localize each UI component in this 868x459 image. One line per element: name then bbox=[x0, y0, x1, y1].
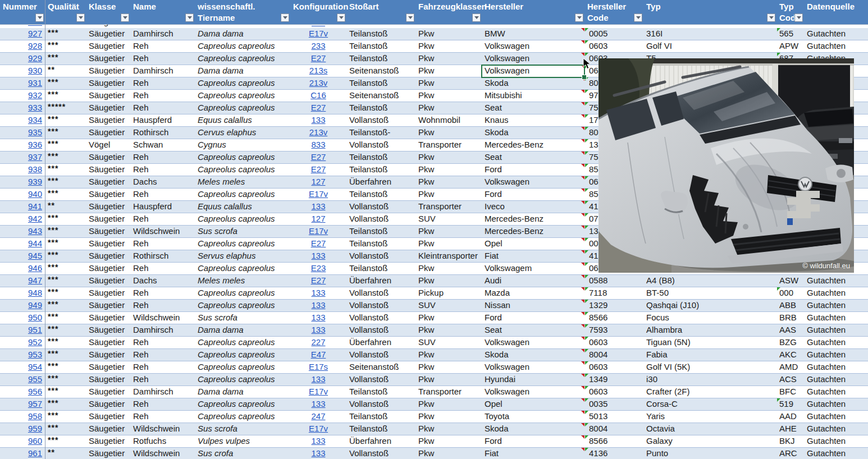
nummer-link[interactable]: 959 bbox=[28, 424, 42, 433]
cell-qualitaet[interactable]: *** bbox=[45, 40, 86, 52]
cell-klasse[interactable]: Säugetier bbox=[86, 152, 130, 163]
cell-hersteller[interactable]: Iveco bbox=[482, 201, 584, 213]
cell-fahrzeugklassen[interactable]: Kleintransporter bbox=[415, 250, 482, 262]
cell-name[interactable]: Reh bbox=[130, 300, 195, 311]
filter-button-hersteller_code[interactable] bbox=[634, 13, 642, 22]
nummer-link[interactable]: 952 bbox=[28, 337, 42, 347]
cell-typ_code[interactable]: BKJ bbox=[776, 435, 804, 447]
cell-klasse[interactable]: Vögel bbox=[86, 139, 130, 151]
cell-hersteller[interactable]: Knaus bbox=[482, 114, 584, 126]
cell-qualitaet[interactable]: ***** bbox=[45, 102, 86, 114]
nummer-link[interactable]: 950 bbox=[28, 313, 42, 322]
cell-qualitaet[interactable]: *** bbox=[45, 90, 86, 102]
cell-nummer[interactable]: 929 bbox=[0, 53, 45, 65]
konfiguration-link[interactable]: 127 bbox=[311, 177, 325, 186]
cell-typ_code[interactable]: BRB bbox=[776, 312, 804, 324]
cell-hersteller[interactable]: Nissan bbox=[482, 300, 584, 311]
cell-stossart[interactable]: Seitenanstoß bbox=[346, 361, 415, 373]
cell-fahrzeugklassen[interactable]: Pkw bbox=[415, 40, 482, 52]
cell-konfiguration[interactable]: 227 bbox=[290, 337, 346, 348]
konfiguration-link[interactable]: 133 bbox=[311, 325, 325, 334]
cell-stossart[interactable]: Seitenanstoß bbox=[346, 90, 415, 102]
cell-qualitaet[interactable]: *** bbox=[45, 324, 86, 336]
embedded-photo[interactable]: © wildunfall.eu bbox=[599, 58, 854, 273]
cell-hersteller_code[interactable]: 1349 bbox=[584, 374, 643, 385]
konfiguration-link[interactable]: 833 bbox=[311, 140, 325, 149]
cell-konfiguration[interactable]: 133 bbox=[290, 312, 346, 324]
cell-nummer[interactable]: 932 bbox=[0, 90, 45, 102]
cell-fahrzeugklassen[interactable]: Pkw bbox=[415, 102, 482, 114]
cell-klasse[interactable]: Säugetier bbox=[86, 164, 130, 176]
konfiguration-link[interactable]: 133 bbox=[311, 448, 325, 458]
cell-qualitaet[interactable]: *** bbox=[45, 398, 86, 410]
cell-qualitaet[interactable]: *** bbox=[45, 189, 86, 200]
cell-stossart[interactable]: Vollanstoß bbox=[346, 349, 415, 361]
cell-konfiguration[interactable]: 133 bbox=[290, 374, 346, 385]
cell-konfiguration[interactable]: E17v bbox=[290, 386, 346, 398]
cell-qualitaet[interactable]: *** bbox=[45, 176, 86, 188]
cell-klasse[interactable]: Säugetier bbox=[86, 77, 130, 89]
filter-button-stossart[interactable] bbox=[406, 13, 414, 22]
cell-fahrzeugklassen[interactable]: Pkw bbox=[415, 361, 482, 373]
cell-name[interactable]: Rothirsch bbox=[130, 127, 195, 139]
konfiguration-link[interactable]: 133 bbox=[311, 374, 325, 384]
cell-klasse[interactable]: Säugetier bbox=[86, 300, 130, 311]
nummer-link[interactable]: 931 bbox=[28, 78, 42, 88]
cell-klasse[interactable]: Säugetier bbox=[86, 176, 130, 188]
cell-fahrzeugklassen[interactable]: Pkw bbox=[415, 448, 482, 459]
cell-tiername[interactable]: Equus calallus bbox=[195, 114, 290, 126]
konfiguration-link[interactable]: E27 bbox=[311, 103, 326, 112]
cell-hersteller[interactable]: Volkswagem bbox=[482, 263, 584, 274]
cell-nummer[interactable]: 944 bbox=[0, 238, 45, 250]
nummer-link[interactable]: 960 bbox=[28, 436, 42, 446]
cell-stossart[interactable]: Vollanstoß bbox=[346, 374, 415, 385]
nummer-link[interactable]: 939 bbox=[28, 177, 42, 186]
konfiguration-link[interactable]: E17v bbox=[309, 387, 328, 396]
cell-fahrzeugklassen[interactable]: Pkw bbox=[415, 90, 482, 102]
cell-tiername[interactable]: Vulpes vulpes bbox=[195, 435, 290, 447]
filter-button-konfiguration[interactable] bbox=[337, 13, 345, 22]
cell-fahrzeugklassen[interactable]: Pkw bbox=[415, 189, 482, 200]
cell-klasse[interactable]: Säugetier bbox=[86, 386, 130, 398]
cell-name[interactable]: Reh bbox=[130, 374, 195, 385]
cell-typ[interactable]: Galaxy bbox=[643, 435, 776, 447]
cell-tiername[interactable]: Capreolus capreolus bbox=[195, 361, 290, 373]
cell-typ_code[interactable]: 565 bbox=[776, 28, 804, 40]
cell-nummer[interactable]: 955 bbox=[0, 374, 45, 385]
cell-typ[interactable]: A4 (B8) bbox=[643, 275, 776, 287]
konfiguration-link[interactable]: E17v bbox=[309, 29, 328, 38]
cell-klasse[interactable]: Säugetier bbox=[86, 53, 130, 65]
konfiguration-link[interactable]: 133 bbox=[311, 436, 325, 446]
nummer-link[interactable]: 957 bbox=[28, 399, 42, 408]
cell-name[interactable]: Dachs bbox=[130, 176, 195, 188]
nummer-link[interactable]: 926 bbox=[28, 25, 42, 26]
cell-hersteller[interactable]: Ford bbox=[482, 189, 584, 200]
konfiguration-link[interactable]: 133 bbox=[311, 251, 325, 260]
cell-tiername[interactable]: Dama dama bbox=[195, 28, 290, 40]
cell-stossart[interactable]: Vollanstoß bbox=[346, 287, 415, 299]
cell-typ_code[interactable]: ARC bbox=[776, 448, 804, 459]
konfiguration-link[interactable]: E23 bbox=[311, 263, 326, 273]
konfiguration-link[interactable]: C16 bbox=[310, 90, 326, 100]
cell-qualitaet[interactable]: *** bbox=[45, 77, 86, 89]
cell-tiername[interactable]: Sus scrofa bbox=[195, 312, 290, 324]
cell-hersteller[interactable]: Volkswagen bbox=[482, 40, 584, 52]
cell-hersteller[interactable]: Skoda bbox=[482, 77, 584, 89]
cell-konfiguration[interactable]: 133 bbox=[290, 435, 346, 447]
cell-konfiguration[interactable]: 133 bbox=[290, 398, 346, 410]
nummer-link[interactable]: 941 bbox=[28, 201, 42, 211]
cell-konfiguration[interactable]: 247 bbox=[290, 411, 346, 423]
cell-datenquelle[interactable]: Gutachten bbox=[804, 349, 868, 361]
cell-tiername[interactable]: Sus scrofa bbox=[195, 423, 290, 435]
cell-stossart[interactable]: Überfahren bbox=[346, 435, 415, 447]
cell-name[interactable]: Rothirsch bbox=[130, 250, 195, 262]
cell-stossart[interactable]: Vollanstoß bbox=[346, 312, 415, 324]
cell-name[interactable]: Dachs bbox=[130, 275, 195, 287]
cell-hersteller_code[interactable]: 4136 bbox=[584, 448, 643, 459]
cell-klasse[interactable]: Säugetier bbox=[86, 189, 130, 200]
cell-hersteller[interactable]: Mazda bbox=[482, 287, 584, 299]
konfiguration-link[interactable]: E17v bbox=[309, 424, 328, 433]
cell-konfiguration[interactable]: E27 bbox=[290, 152, 346, 163]
cell-name[interactable]: Hauspferd bbox=[130, 114, 195, 126]
cell-stossart[interactable]: Teilanstoß bbox=[346, 386, 415, 398]
